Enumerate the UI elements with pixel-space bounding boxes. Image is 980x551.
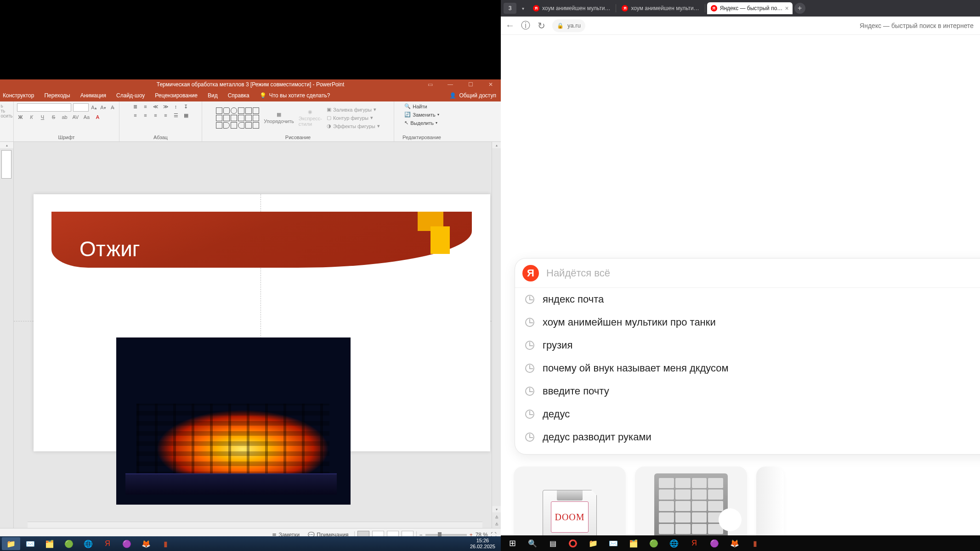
tb-edge-icon[interactable]: 🌐 [664,536,684,550]
clear-format-icon[interactable]: A̶ [109,104,116,111]
suggestion-item[interactable]: хоум анимейшен мультики про танки [515,311,980,334]
suggestion-item[interactable]: яндекс почта [515,288,980,311]
suggestion-item[interactable]: дедус разводит руками [515,426,980,449]
increase-font-icon[interactable]: A▴ [91,104,98,111]
slide-thumbnail[interactable] [1,150,11,179]
suggestion-item[interactable]: грузия [515,334,980,357]
shape-outline-button[interactable]: ▢Контур фигуры▾ [327,115,380,121]
tb-yandex-browser-icon[interactable]: ⭕ [563,536,583,550]
titlebar[interactable]: Термическая обработка металлов 3 [Режим … [0,79,501,90]
tab-review[interactable]: Рецензирование [155,92,198,99]
feed-card-floppy[interactable]: DOOM [514,467,626,535]
arrange-button[interactable]: ▦ Упорядочить [264,112,294,124]
font-family-dropdown[interactable] [17,103,71,112]
thumb-scroll-up[interactable]: ▴ [0,142,13,148]
taskbar-whatsapp-icon[interactable]: 🟢 [60,537,78,550]
tell-me[interactable]: 💡 Что вы хотите сделать? [260,92,330,99]
feed-card-partial[interactable] [756,467,784,535]
slide-editor[interactable]: Отжиг [14,142,492,528]
url-field[interactable]: 🔒 ya.ru [552,19,585,32]
minimize-button[interactable]: — [440,79,460,90]
suggestion-item[interactable]: дедус [515,403,980,426]
slide-title[interactable]: Отжиг [79,236,140,261]
suggestion-item[interactable]: почему ой внук называет меня дкдусом [515,357,980,380]
shape-fill-button[interactable]: ▣Заливка фигуры▾ [327,107,380,112]
align-left-icon[interactable]: ≡ [132,112,139,118]
font-color-button[interactable]: A [94,113,102,121]
taskbar-mail-icon[interactable]: ✉️ [21,537,40,550]
tb-mail-icon[interactable]: ✉️ [604,536,623,550]
horizontal-scrollbar[interactable] [28,522,482,528]
task-view-icon[interactable]: ▤ [543,536,562,550]
tab-count[interactable]: 3 [504,3,516,14]
tab-transitions[interactable]: Переходы [44,92,70,99]
shapes-gallery[interactable] [216,107,259,129]
ribbon-display-icon[interactable]: ▭ [420,79,440,90]
tab-design[interactable]: Конструктор [3,92,34,99]
maximize-button[interactable]: ☐ [460,79,481,90]
quick-styles-button[interactable]: ◉ Экспресс- стили [299,109,322,127]
taskbar-search-icon[interactable]: 🔍 [523,536,542,550]
slide-thumbnails-panel[interactable]: ▴ [0,142,14,528]
taskbar-powerpoint-icon[interactable]: ▮ [156,537,175,550]
tb-yandex-icon[interactable]: Я [685,536,704,550]
indent-inc-icon[interactable]: ≫ [163,103,169,110]
tb-explorer-icon[interactable]: 📁 [583,536,603,550]
slide-image[interactable] [116,337,351,505]
tab-view[interactable]: Вид [208,92,218,99]
text-direction-icon[interactable]: ↧ [183,103,189,110]
close-button[interactable]: ✕ [481,79,501,90]
tab-slideshow[interactable]: Слайд-шоу [116,92,145,99]
browser-tab-active[interactable]: Я Яндекс — быстрый по… × [707,2,793,14]
smartart-icon[interactable]: ▦ [183,112,189,118]
prev-slide-icon[interactable]: ≜ [495,515,498,520]
shape-effects-button[interactable]: ◑Эффекты фигуры▾ [327,123,380,129]
align-center-icon[interactable]: ≡ [142,112,149,118]
replace-button[interactable]: 🔄Заменить▾ [404,112,439,118]
font-size-dropdown[interactable] [73,103,89,112]
slide-canvas[interactable]: Отжиг [34,194,490,451]
browser-tab-1[interactable]: Я хоум анимейшен мульти… [529,2,614,14]
taskbar-edge-icon[interactable]: 🌐 [79,537,97,550]
site-info-icon[interactable]: ⓘ [521,19,530,32]
zoom-slider[interactable] [425,534,467,536]
taskbar-files-icon[interactable]: 🗂️ [40,537,59,550]
next-slide-icon[interactable]: ≛ [495,522,498,527]
back-button[interactable]: ← [505,20,515,31]
line-spacing-icon[interactable]: ↕ [173,103,179,110]
shadow-button[interactable]: ab [61,113,68,121]
char-spacing-button[interactable]: AV [72,113,79,121]
close-tab-icon[interactable]: × [785,5,789,12]
tb-powerpoint-icon[interactable]: ▮ [745,536,765,550]
change-case-button[interactable]: Aa [83,113,91,121]
vertical-scrollbar[interactable]: ▴ ▾ ≜ ≛ [492,142,501,528]
tb-files-icon[interactable]: 🗂️ [624,536,643,550]
tb-firefox-icon[interactable]: 🦊 [725,536,744,550]
tb-whatsapp-icon[interactable]: 🟢 [644,536,663,550]
taskbar-firefox-icon[interactable]: 🦊 [137,537,155,550]
bullets-icon[interactable]: ≣ [132,103,139,110]
underline-button[interactable]: Ч [39,113,46,121]
justify-icon[interactable]: ≡ [163,112,169,118]
tb-app-icon[interactable]: 🟣 [705,536,724,550]
taskbar-clock[interactable]: 15:26 26.02.2025 [470,538,499,550]
indent-dec-icon[interactable]: ≪ [153,103,159,110]
strikethrough-button[interactable]: S [50,113,57,121]
taskbar-explorer-icon[interactable]: 📁 [2,537,20,550]
taskbar-yandex-icon[interactable]: Я [98,537,117,550]
taskbar-app1-icon[interactable]: 🟣 [118,537,136,550]
start-button[interactable]: ⊞ [503,536,522,550]
browser-tab-2[interactable]: Я хоум анимейшен мульти… [618,2,702,14]
search-input-row[interactable]: Я Найдётся всё [515,259,980,288]
share-button[interactable]: 👤 Общий доступ [449,92,496,99]
numbering-icon[interactable]: ≡ [142,103,149,110]
bold-button[interactable]: Ж [17,113,24,121]
tabcount-caret-icon[interactable]: ▾ [518,3,527,14]
tab-help[interactable]: Справка [228,92,249,99]
italic-button[interactable]: К [28,113,35,121]
select-button[interactable]: ↖Выделить▾ [404,120,437,126]
feed-card-cabinet[interactable] [635,467,747,535]
decrease-font-icon[interactable]: A▾ [100,104,107,111]
align-right-icon[interactable]: ≡ [153,112,159,118]
reload-button[interactable]: ↻ [537,20,546,31]
